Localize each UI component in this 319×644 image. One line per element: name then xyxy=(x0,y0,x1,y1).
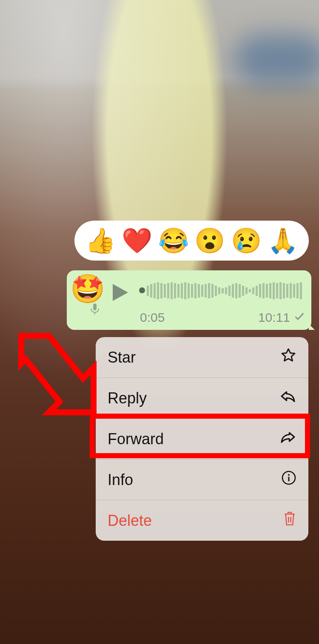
sender-avatar: 🤩 xyxy=(70,275,105,303)
reaction-heart[interactable]: ❤️ xyxy=(122,228,152,253)
reaction-sad[interactable]: 😢 xyxy=(231,228,262,253)
forward-icon xyxy=(279,430,296,448)
svg-rect-38 xyxy=(276,283,278,298)
reply-icon xyxy=(279,389,296,407)
menu-item-info[interactable]: Info xyxy=(96,460,308,500)
annotation-arrow xyxy=(9,327,102,421)
svg-rect-12 xyxy=(188,283,190,298)
svg-rect-23 xyxy=(225,287,227,294)
svg-rect-2 xyxy=(154,283,156,298)
svg-rect-15 xyxy=(198,284,200,298)
svg-rect-18 xyxy=(208,283,210,298)
svg-rect-44 xyxy=(296,283,299,298)
message-time: 10:11 xyxy=(258,310,290,325)
svg-rect-48 xyxy=(288,477,290,482)
svg-rect-34 xyxy=(262,283,265,298)
svg-rect-26 xyxy=(235,283,237,298)
svg-rect-5 xyxy=(164,284,166,298)
menu-item-forward[interactable]: Forward xyxy=(96,419,308,460)
info-icon xyxy=(281,470,296,489)
svg-rect-1 xyxy=(150,284,152,298)
svg-rect-32 xyxy=(256,286,258,296)
reaction-wow[interactable]: 😮 xyxy=(194,228,225,253)
trash-icon xyxy=(283,511,296,531)
mic-icon xyxy=(91,304,99,316)
svg-rect-41 xyxy=(286,284,288,298)
svg-rect-37 xyxy=(273,282,275,299)
message-context-menu: Star Reply Forward Info Delete xyxy=(96,337,308,541)
voice-duration: 0:05 xyxy=(140,310,165,325)
svg-rect-39 xyxy=(279,282,282,299)
svg-rect-9 xyxy=(177,284,179,298)
svg-rect-43 xyxy=(293,284,295,298)
svg-rect-7 xyxy=(171,282,173,299)
svg-rect-10 xyxy=(181,283,183,298)
svg-point-47 xyxy=(288,474,290,476)
svg-rect-14 xyxy=(194,283,197,298)
svg-rect-6 xyxy=(167,283,169,298)
svg-rect-33 xyxy=(259,284,261,298)
menu-label: Reply xyxy=(108,389,147,407)
svg-rect-24 xyxy=(228,286,231,296)
reaction-bar: 👍 ❤️ 😂 😮 😢 🙏 xyxy=(74,221,309,261)
svg-rect-19 xyxy=(211,284,214,298)
svg-rect-3 xyxy=(157,282,159,299)
voice-message-bubble[interactable]: 🤩 0:05 10:11 xyxy=(67,270,311,330)
svg-rect-31 xyxy=(252,287,254,294)
sent-tick-icon xyxy=(293,310,305,324)
menu-item-delete[interactable]: Delete xyxy=(96,500,308,541)
reaction-pray[interactable]: 🙏 xyxy=(268,228,298,253)
waveform[interactable] xyxy=(139,281,305,300)
menu-item-star[interactable]: Star xyxy=(96,337,308,378)
svg-rect-13 xyxy=(191,284,193,298)
svg-rect-40 xyxy=(283,283,285,298)
svg-rect-25 xyxy=(232,284,234,298)
reaction-thumbs-up[interactable]: 👍 xyxy=(85,228,116,253)
menu-label: Star xyxy=(108,349,136,366)
star-icon xyxy=(280,347,296,367)
menu-label: Delete xyxy=(108,512,152,530)
svg-rect-27 xyxy=(239,284,241,298)
svg-rect-4 xyxy=(160,283,162,298)
svg-rect-22 xyxy=(222,288,224,293)
svg-rect-8 xyxy=(174,283,176,298)
menu-label: Forward xyxy=(108,430,164,448)
svg-rect-11 xyxy=(184,282,186,299)
svg-rect-30 xyxy=(249,289,251,292)
menu-label: Info xyxy=(108,471,133,489)
svg-rect-42 xyxy=(290,283,292,298)
svg-rect-45 xyxy=(300,282,302,299)
svg-rect-0 xyxy=(147,286,149,296)
svg-rect-36 xyxy=(269,283,271,298)
svg-rect-16 xyxy=(201,285,203,297)
svg-rect-17 xyxy=(205,284,207,298)
svg-rect-28 xyxy=(242,286,244,296)
svg-rect-29 xyxy=(245,287,248,294)
svg-rect-35 xyxy=(266,284,268,298)
svg-rect-21 xyxy=(218,287,220,294)
play-button[interactable] xyxy=(113,284,128,303)
reaction-laugh[interactable]: 😂 xyxy=(158,228,189,253)
menu-item-reply[interactable]: Reply xyxy=(96,378,308,419)
svg-rect-20 xyxy=(215,286,217,296)
